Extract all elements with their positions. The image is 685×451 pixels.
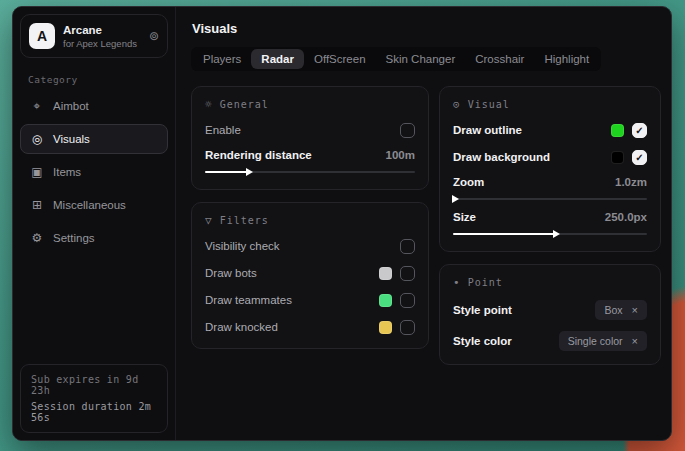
settings-icon: ⚙ [30,231,44,245]
slider-head-rendering-distance: Rendering distance100m [205,149,415,161]
slider-head-zoom: Zoom1.0zm [453,176,647,188]
color-swatch-draw-outline[interactable] [611,124,624,137]
sidebar-item-label: Visuals [53,133,90,145]
main-header: Visuals [176,7,671,36]
general-icon: ☼ [205,98,213,111]
brand-action-icon[interactable]: ⊚ [149,29,159,43]
slider-fill [205,171,247,173]
row-label: Style point [453,304,587,316]
row-label: Style color [453,335,551,347]
slider-value: 250.0px [605,211,647,223]
tab-strip: PlayersRadarOffScreenSkin ChangerCrossha… [191,47,601,71]
row-draw-teammates: Draw teammates [205,292,415,308]
checkbox-draw-teammates[interactable] [400,293,415,308]
sidebar-item-label: Settings [53,232,95,244]
slider-thumb[interactable] [553,230,560,238]
checkbox-draw-outline[interactable]: ✓ [632,123,647,138]
session-duration-text: Session duration 2m 56s [31,401,157,423]
panel-header-point: •Point [453,276,647,289]
app-window: A Arcane for Apex Legends ⊚ Category ⌖Ai… [12,6,672,441]
visuals-icon: ◎ [30,132,44,146]
sidebar-nav: ⌖Aimbot◎Visuals▣Items⊞Miscellaneous⚙Sett… [13,91,175,253]
tab-skin-changer[interactable]: Skin Changer [376,49,466,69]
panel-filters: ▽FiltersVisibility checkDraw botsDraw te… [191,202,429,349]
row-label: Draw knocked [205,321,371,333]
items-icon: ▣ [30,165,44,179]
row-visibility-check: Visibility check [205,238,415,254]
color-swatch-draw-knocked[interactable] [379,321,392,334]
row-label: Draw background [453,151,603,163]
row-label: Enable [205,124,392,136]
sidebar-item-aimbot[interactable]: ⌖Aimbot [20,91,168,121]
slider-row-rendering-distance: Rendering distance100m [205,149,415,173]
panel-header-visual: ⊙Visual [453,98,647,111]
slider-thumb[interactable] [246,168,253,176]
color-swatch-draw-bots[interactable] [379,267,392,280]
sidebar-item-label: Aimbot [53,100,89,112]
category-label: Category [28,74,175,85]
slider-head-size: Size250.0px [453,211,647,223]
close-icon[interactable]: × [632,335,638,347]
color-swatch-draw-background[interactable] [611,151,624,164]
panel-point: •PointStyle pointBox×Style colorSingle c… [439,264,661,365]
row-label: Visibility check [205,240,392,252]
sidebar-item-visuals[interactable]: ◎Visuals [20,124,168,154]
row-label: Rendering distance [205,149,386,161]
brand-card: A Arcane for Apex Legends ⊚ [20,14,168,58]
sidebar-item-miscellaneous[interactable]: ⊞Miscellaneous [20,190,168,220]
slider-value: 1.0zm [615,176,647,188]
content-grid: ☼GeneralEnableRendering distance100m▽Fil… [176,71,671,380]
row-enable: Enable [205,122,415,138]
panel-header-filters: ▽Filters [205,214,415,227]
close-icon[interactable]: × [632,304,638,316]
sidebar-item-items[interactable]: ▣Items [20,157,168,187]
checkbox-visibility-check[interactable] [400,239,415,254]
row-label: Size [453,211,605,223]
slider-thumb[interactable] [452,195,459,203]
sidebar-item-settings[interactable]: ⚙Settings [20,223,168,253]
slider-row-size: Size250.0px [453,211,647,235]
panel-title: General [220,99,269,110]
chip-label: Single color [568,335,623,347]
tab-offscreen[interactable]: OffScreen [304,49,376,69]
misc-icon: ⊞ [30,198,44,212]
tab-highlight[interactable]: Highlight [534,49,599,69]
slider-row-zoom: Zoom1.0zm [453,176,647,200]
chip-single-color[interactable]: Single color× [559,331,647,351]
brand-text: Arcane for Apex Legends [63,24,141,49]
session-card: Sub expires in 9d 23h Session duration 2… [20,364,168,433]
main-area: Visuals PlayersRadarOffScreenSkin Change… [176,7,671,440]
row-draw-outline: Draw outline✓ [453,122,647,138]
chip-box[interactable]: Box× [595,300,647,320]
checkbox-enable[interactable] [400,123,415,138]
tab-crosshair[interactable]: Crosshair [465,49,534,69]
aimbot-icon: ⌖ [30,99,44,113]
desktop: { "icons": { "aimbot": "⌖", "visuals": "… [0,0,685,451]
tab-players[interactable]: Players [193,49,251,69]
slider-value: 100m [386,149,415,161]
slider-fill [453,233,554,235]
color-swatch-draw-teammates[interactable] [379,294,392,307]
sidebar: A Arcane for Apex Legends ⊚ Category ⌖Ai… [13,7,176,440]
slider-track-zoom[interactable] [453,198,647,200]
row-label: Zoom [453,176,615,188]
panel-column-1: ☼GeneralEnableRendering distance100m▽Fil… [191,86,429,349]
chip-label: Box [604,304,622,316]
page-title: Visuals [192,21,655,36]
checkbox-draw-knocked[interactable] [400,320,415,335]
panel-column-2: ⊙VisualDraw outline✓Draw background✓Zoom… [439,86,661,365]
row-draw-bots: Draw bots [205,265,415,281]
checkbox-draw-background[interactable]: ✓ [632,150,647,165]
sub-expiry-text: Sub expires in 9d 23h [31,374,157,396]
tab-radar[interactable]: Radar [251,49,304,69]
slider-track-size[interactable] [453,233,647,235]
app-subtitle: for Apex Legends [63,38,141,49]
checkbox-draw-bots[interactable] [400,266,415,281]
app-logo: A [29,23,55,49]
point-icon: • [453,276,461,289]
slider-track-rendering-distance[interactable] [205,171,415,173]
visual-icon: ⊙ [453,98,461,111]
panel-visual: ⊙VisualDraw outline✓Draw background✓Zoom… [439,86,661,252]
row-label: Draw bots [205,267,371,279]
sidebar-item-label: Items [53,166,81,178]
